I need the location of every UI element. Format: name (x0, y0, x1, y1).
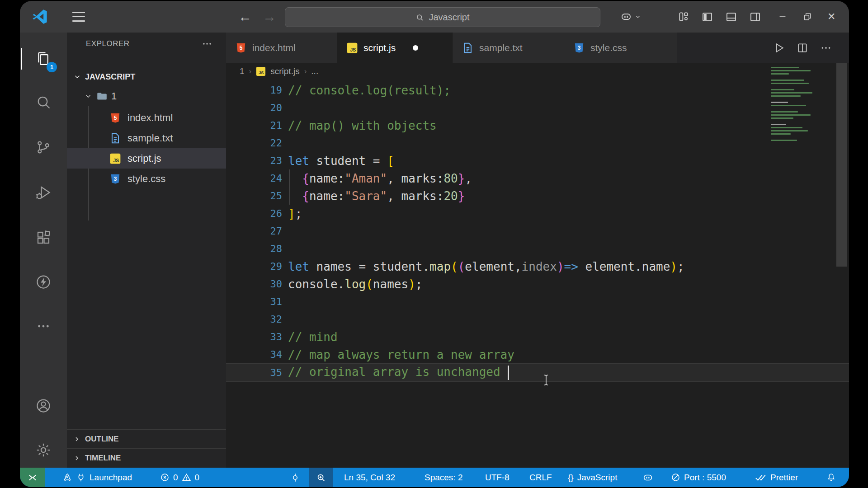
copilot-status[interactable] (642, 468, 654, 487)
code-line-24[interactable]: 24 {name:"Aman", marks:80}, (226, 169, 849, 187)
double-check-icon (755, 473, 767, 482)
tab-style.css[interactable]: 3style.css (564, 33, 677, 63)
live-server-port[interactable]: Port : 5500 (671, 468, 726, 487)
breadcrumb-folder[interactable]: 1 (240, 66, 245, 76)
file-item-sample.txt[interactable]: sample.txt (67, 128, 226, 148)
split-editor-button[interactable] (797, 42, 808, 54)
activity-item-settings[interactable] (20, 434, 67, 466)
line-number: 32 (226, 314, 282, 325)
launchpad-button[interactable]: Launchpad (62, 468, 132, 487)
workspace-root-javascript[interactable]: JAVASCRIPT (67, 68, 226, 86)
txt-file-icon (109, 132, 121, 144)
minimap-line (771, 70, 811, 71)
outline-panel-header[interactable]: OUTLINE (67, 429, 226, 449)
prettier-status[interactable]: Prettier (755, 468, 798, 487)
activity-item-thunder[interactable] (20, 266, 67, 298)
js-file-icon: JS (346, 42, 358, 54)
breadcrumb[interactable]: 1 › JS script.js › ... (226, 63, 849, 80)
remote-indicator[interactable] (20, 468, 45, 487)
go-forward-button[interactable]: → (259, 1, 280, 33)
braces-icon: {} (568, 473, 574, 483)
code-line-23[interactable]: 23let student = [ (226, 152, 849, 169)
code-line-27[interactable]: 27 (226, 222, 849, 240)
close-button[interactable]: ✕ (827, 11, 835, 23)
breadcrumb-symbol[interactable]: ... (311, 66, 318, 76)
code-line-33[interactable]: 33// mind (226, 328, 849, 346)
activity-item-more[interactable] (20, 310, 67, 343)
code-line-26[interactable]: 26]; (226, 205, 849, 222)
activity-item-explorer[interactable]: 1 (20, 42, 67, 75)
toggle-secondary-sidebar-icon[interactable] (749, 11, 761, 23)
svg-text:5: 5 (240, 45, 243, 51)
problems-indicator[interactable]: 0 0 (160, 468, 199, 487)
file-item-script.js[interactable]: JSscript.js (67, 148, 226, 169)
code-line-29[interactable]: 29let names = student.map((element,index… (226, 258, 849, 275)
line-number: 28 (226, 243, 282, 254)
html-file-icon: 5 (109, 112, 121, 124)
minimap-line (771, 73, 789, 75)
customize-layout-icon[interactable] (678, 11, 689, 23)
minimap-line (771, 102, 788, 103)
vscode-window: ← → Javascript ✕ 1 EXPLORER (20, 1, 849, 487)
breadcrumb-file[interactable]: script.js (270, 66, 299, 76)
notifications-bell[interactable] (826, 468, 836, 487)
encoding-setting[interactable]: UTF-8 (485, 468, 509, 487)
code-line-25[interactable]: 25 {name:"Sara", marks:20} (226, 187, 849, 205)
code-line-35[interactable]: 35// original array is unchanged (226, 363, 849, 382)
remote-icon (28, 473, 38, 483)
txt-file-icon (462, 42, 474, 54)
restore-button[interactable] (803, 12, 812, 21)
code-line-32[interactable]: 32 (226, 310, 849, 328)
activity-item-run-debug[interactable] (20, 176, 67, 209)
folder-item-1[interactable]: 1 (67, 87, 226, 106)
target-icon (290, 473, 300, 483)
chevron-right-icon: › (249, 67, 252, 76)
toggle-primary-sidebar-icon[interactable] (701, 11, 713, 23)
errors-icon (160, 473, 170, 482)
tab-script.js[interactable]: JSscript.js (337, 33, 453, 63)
code-line-31[interactable]: 31 (226, 293, 849, 310)
code-area[interactable]: 19// console.log(result);2021// map() wi… (226, 80, 849, 468)
tab-sample.txt[interactable]: sample.txt (453, 33, 564, 63)
code-line-30[interactable]: 30console.log(names); (226, 275, 849, 293)
js-file-icon: JS (256, 66, 266, 76)
screencast-indicator[interactable] (290, 468, 300, 487)
minimap-line (771, 80, 804, 81)
editor-scrollbar[interactable] (836, 63, 847, 267)
language-mode[interactable]: {} JavaScript (568, 468, 617, 487)
folder-icon (96, 90, 108, 102)
eol-setting[interactable]: CRLF (529, 468, 552, 487)
command-center-search[interactable]: Javascript (285, 7, 600, 27)
toggle-panel-icon[interactable] (725, 11, 737, 23)
activity-item-search[interactable] (20, 86, 67, 118)
minimap-line (771, 111, 798, 113)
file-item-index.html[interactable]: 5index.html (67, 108, 226, 128)
explorer-actions-icon[interactable] (202, 38, 212, 49)
activity-item-accounts[interactable] (20, 389, 67, 422)
more-actions-button[interactable] (820, 42, 832, 54)
file-item-style.css[interactable]: 3style.css (67, 169, 226, 189)
zoom-indicator[interactable] (309, 468, 333, 487)
code-line-21[interactable]: 21// map() with objects (226, 117, 849, 134)
cursor-position[interactable]: Ln 35, Col 32 (344, 468, 395, 487)
code-line-34[interactable]: 34// map always return a new array (226, 346, 849, 363)
timeline-panel-header[interactable]: TIMELINE (67, 448, 226, 468)
search-icon (415, 13, 424, 22)
minimize-button[interactable] (778, 12, 788, 22)
menu-button[interactable] (65, 1, 92, 33)
indentation-setting[interactable]: Spaces: 2 (425, 468, 463, 487)
unsaved-dot[interactable] (413, 45, 418, 51)
activity-item-source-control[interactable] (20, 131, 67, 164)
copilot-button[interactable] (616, 1, 645, 33)
go-back-button[interactable]: ← (234, 1, 256, 33)
run-code-button[interactable] (773, 42, 785, 54)
tab-index.html[interactable]: 5index.html (226, 33, 337, 63)
explorer-sidebar: EXPLORER JAVASCRIPT 1 5index.htmlsample.… (67, 33, 226, 468)
code-line-28[interactable]: 28 (226, 240, 849, 258)
code-line-22[interactable]: 22 (226, 134, 849, 152)
minimap[interactable] (771, 67, 821, 143)
activity-item-extensions[interactable] (20, 221, 67, 254)
code-line-20[interactable]: 20 (226, 99, 849, 117)
minimap-line (771, 127, 802, 128)
code-line-19[interactable]: 19// console.log(result); (226, 81, 849, 99)
